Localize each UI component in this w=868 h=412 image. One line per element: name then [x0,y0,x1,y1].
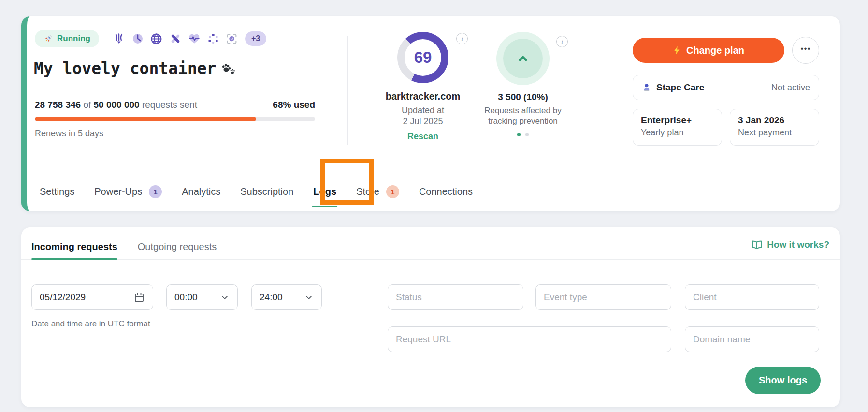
power-ups-count-badge: 1 [149,185,162,198]
time-to-value: 24:00 [260,292,283,303]
status-input[interactable] [396,292,515,303]
rocket-icon [43,34,53,44]
score-gauge: 69 [397,32,448,83]
carousel-dot-active[interactable] [517,133,521,136]
crossed-plasters-icon[interactable] [169,32,182,45]
payment-label: Next payment [738,128,811,138]
badge-row: Running +3 [35,30,266,47]
plan-period: Yearly plan [641,128,714,138]
domain-name-filter [685,326,819,352]
plan-card: Enterprise+ Yearly plan [633,109,722,146]
container-tabs: Settings Power-Ups1 Analytics Subscripti… [27,177,840,207]
divider [347,36,348,145]
utc-format-hint: Date and time are in UTC format [31,319,150,329]
globe-icon[interactable] [150,32,163,45]
care-icon [642,83,651,92]
time-from-value: 00:00 [174,292,198,303]
client-filter [685,284,819,310]
stape-care-card[interactable]: Stape Care Not active [633,75,819,100]
usage-progress-fill [35,117,256,121]
powerup-icons [113,32,238,45]
info-icon[interactable]: i [556,36,568,47]
plan-column: Change plan ••• Stape Care Not active En… [633,37,819,146]
carousel-dots [467,133,579,136]
domain-score-block: 69 i barktracker.com Updated at 2 Jul 20… [367,32,478,142]
store-count-badge: 1 [386,185,399,198]
change-plan-button[interactable]: Change plan [633,38,784,63]
score-value: 69 [414,48,432,67]
care-label: Stape Care [656,82,767,93]
plan-name: Enterprise+ [641,115,714,126]
tab-power-ups[interactable]: Power-Ups1 [94,177,162,207]
paw-prints-icon [221,61,236,76]
status-badge: Running [35,30,99,47]
payment-card: 3 Jan 2026 Next payment [730,109,819,146]
date-value: 05/12/2029 [40,292,86,303]
requests-sent-count: 28 758 346 [35,100,81,110]
container-header-card: Running +3 [21,16,840,211]
tab-analytics[interactable]: Analytics [182,177,220,207]
score-updated: Updated at 2 Jul 2025 [367,105,478,128]
event-type-filter [535,284,671,310]
usage-line: 28 758 346 of 50 000 000 requests sent 6… [35,100,315,110]
event-type-input[interactable] [544,292,663,303]
tab-subscription[interactable]: Subscription [240,177,293,207]
calendar-icon [133,292,145,303]
tab-logs[interactable]: Logs [313,177,336,207]
more-options-button[interactable]: ••• [792,37,819,64]
heart-pulse-icon[interactable] [188,32,201,45]
client-input[interactable] [693,292,811,303]
sparkles-icon[interactable] [207,32,219,45]
chevron-down-icon [304,293,314,302]
carousel-dot[interactable] [525,133,529,136]
tracking-prevention-block: i 3 500 (10%) Requests affected by track… [467,32,579,136]
chevron-up-icon [516,51,530,66]
tracking-value: 3 500 (10%) [467,92,579,103]
tracking-circle [496,32,550,85]
face-scan-icon[interactable] [226,32,238,45]
tab-outgoing-requests[interactable]: Outgoing requests [138,234,217,259]
request-url-filter [388,326,671,352]
book-icon [751,239,763,250]
show-logs-button[interactable]: Show logs [745,367,821,394]
status-filter [388,284,523,310]
chevron-down-icon [220,293,230,302]
info-icon[interactable]: i [456,33,468,44]
of-label: of [83,100,91,110]
usage-block: 28 758 346 of 50 000 000 requests sent 6… [35,100,315,139]
percent-used-label: 68% used [273,100,315,110]
divider [600,36,600,145]
tab-settings[interactable]: Settings [40,177,74,207]
page-title: My lovely container [34,59,236,78]
requests-sent-label: requests sent [142,100,197,110]
requests-total-count: 50 000 000 [94,100,140,110]
request-url-input[interactable] [396,334,663,345]
more-powerups-badge[interactable]: +3 [245,31,266,46]
date-picker[interactable]: 05/12/2029 [31,284,153,310]
time-from-select[interactable]: 00:00 [166,284,238,310]
logs-direction-tabs: Incoming requests Outgoing requests [21,227,840,260]
care-status: Not active [771,83,810,93]
claw-icon[interactable] [113,32,125,45]
rescan-link[interactable]: Rescan [407,132,438,142]
tab-incoming-requests[interactable]: Incoming requests [31,234,117,259]
usage-progress-track [35,117,315,121]
lightning-icon [673,46,681,55]
renews-label: Renews in 5 days [35,129,315,139]
status-label: Running [57,34,90,44]
domain-name-input[interactable] [693,334,811,345]
logs-panel: Incoming requests Outgoing requests How … [21,227,840,407]
scanned-domain: barktracker.com [367,91,478,102]
time-to-select[interactable]: 24:00 [251,284,322,310]
how-it-works-link[interactable]: How it works? [751,239,829,250]
clock-icon[interactable] [131,32,144,45]
payment-date: 3 Jan 2026 [738,115,811,126]
tab-store[interactable]: Store1 [356,177,399,207]
tracking-caption: Requests affected by tracking prevention [467,105,579,127]
tab-connections[interactable]: Connections [419,177,473,207]
ellipsis-icon: ••• [801,44,811,53]
